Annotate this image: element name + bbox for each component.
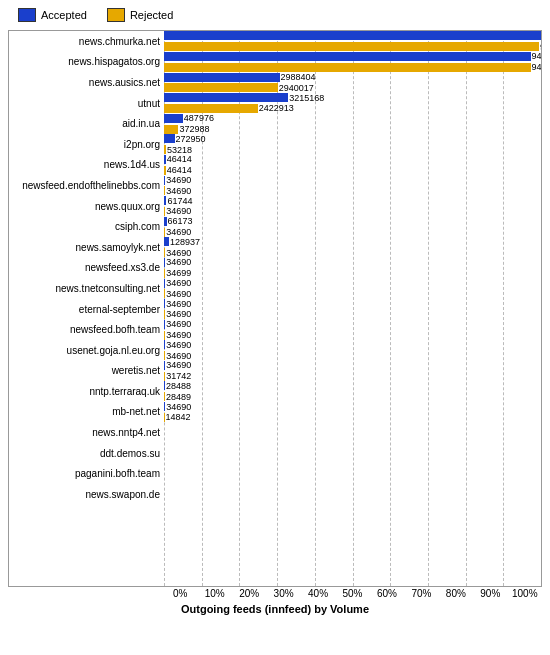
accepted-bar (164, 134, 175, 143)
bar-row: 32151682422913 (164, 93, 541, 114)
accepted-bar-label: 34690 (166, 402, 191, 412)
chart-border: news.chmurka.netnews.hispagatos.orgnews.… (8, 30, 542, 587)
bar-row: 3469034690 (164, 278, 541, 299)
x-tick-label: 0% (163, 588, 197, 599)
legend-accepted-box (18, 8, 36, 22)
accepted-bar-wrap: 66173 (164, 216, 541, 226)
x-tick-label: 100% (508, 588, 542, 599)
y-label: news.chmurka.net (9, 31, 164, 52)
legend: Accepted Rejected (8, 8, 542, 22)
rejected-bar (164, 331, 165, 340)
rejected-bar-label: 34690 (166, 248, 191, 258)
y-label: news.1d4.us (9, 155, 164, 176)
accepted-bar-label: 487976 (184, 113, 214, 123)
accepted-bar (164, 402, 165, 411)
y-label: ddt.demos.su (9, 443, 164, 464)
accepted-bar-wrap: 61744 (164, 196, 541, 206)
rejected-bar-label: 2940017 (279, 83, 314, 93)
rejected-bar (164, 125, 178, 134)
accepted-bar-label: 34690 (166, 360, 191, 370)
y-label: weretis.net (9, 361, 164, 382)
rejected-bar-wrap: 46414 (164, 165, 541, 175)
accepted-bar (164, 31, 541, 40)
rejected-bar-wrap: 2940017 (164, 83, 541, 93)
x-axis: 0%10%20%30%40%50%60%70%80%90%100% (163, 588, 542, 599)
accepted-bar-label: 272950 (176, 134, 206, 144)
accepted-bar (164, 196, 166, 205)
y-label: paganini.bofh.team (9, 463, 164, 484)
accepted-bar-wrap: 34690 (164, 402, 541, 412)
rejected-bar (164, 248, 165, 257)
accepted-bar (164, 381, 165, 390)
bar-row: 487976372988 (164, 113, 541, 134)
y-labels: news.chmurka.netnews.hispagatos.orgnews.… (9, 31, 164, 586)
rejected-bar-wrap: 14842 (164, 412, 541, 422)
x-tick-label: 20% (232, 588, 266, 599)
y-label: newsfeed.xs3.de (9, 258, 164, 279)
accepted-bar-label: 34690 (166, 257, 191, 267)
rejected-bar-wrap (164, 474, 541, 484)
rejected-bar-wrap: 34690 (164, 186, 541, 196)
bar-row: 94809059480905 (164, 52, 541, 73)
y-label: news.nntp4.net (9, 422, 164, 443)
accepted-bar-wrap: 487976 (164, 113, 541, 123)
x-tick-label: 60% (370, 588, 404, 599)
legend-accepted-label: Accepted (41, 9, 87, 21)
bar-row: 97509059696105 (164, 31, 541, 52)
rejected-bar-wrap (164, 454, 541, 464)
legend-rejected: Rejected (107, 8, 173, 22)
rejected-bar-wrap: 34690 (164, 330, 541, 340)
rejected-bar-label: 46414 (167, 165, 192, 175)
accepted-bar-wrap (164, 463, 541, 473)
accepted-bar-label: 9480905 (532, 51, 542, 61)
rejected-bar-wrap: 31742 (164, 371, 541, 381)
grid-line (541, 31, 542, 586)
bar-row: 27295053218 (164, 134, 541, 155)
rejected-bar-label: 53218 (167, 145, 192, 155)
y-label: nntp.terraraq.uk (9, 381, 164, 402)
y-label: utnut (9, 93, 164, 114)
bar-row: 2848828489 (164, 381, 541, 402)
accepted-bar (164, 155, 166, 164)
bar-row: 3469014842 (164, 402, 541, 423)
rejected-bar-label: 34690 (166, 289, 191, 299)
y-label: news.quux.org (9, 196, 164, 217)
rejected-bar-label: 9480905 (532, 62, 542, 72)
accepted-bar-wrap (164, 484, 541, 494)
rejected-bar (164, 186, 165, 195)
accepted-bar-wrap (164, 443, 541, 453)
accepted-bar-wrap: 9480905 (164, 52, 541, 62)
x-tick-label: 30% (266, 588, 300, 599)
rejected-bar-label: 34690 (166, 227, 191, 237)
accepted-bar-label: 34690 (166, 278, 191, 288)
accepted-bar-wrap: 34690 (164, 319, 541, 329)
accepted-bar (164, 176, 165, 185)
accepted-bar (164, 217, 167, 226)
rejected-bar-label: 34690 (166, 186, 191, 196)
rejected-bar-label: 34690 (166, 206, 191, 216)
rejected-bar-wrap: 34690 (164, 351, 541, 361)
y-label: news.hispagatos.org (9, 52, 164, 73)
accepted-bar (164, 258, 165, 267)
rejected-bar-wrap: 34690 (164, 289, 541, 299)
y-label: csiph.com (9, 216, 164, 237)
accepted-bar-wrap: 3215168 (164, 93, 541, 103)
rejected-bar (164, 145, 166, 154)
legend-rejected-box (107, 8, 125, 22)
bar-row: 3469034690 (164, 175, 541, 196)
y-label: news.samoylyk.net (9, 237, 164, 258)
bar-row (164, 463, 541, 484)
accepted-bar-wrap: 34690 (164, 299, 541, 309)
rejected-bar (164, 104, 258, 113)
y-label: aid.in.ua (9, 113, 164, 134)
accepted-bar-wrap: 2988404 (164, 72, 541, 82)
y-label: news.tnetconsulting.net (9, 278, 164, 299)
accepted-bar (164, 279, 165, 288)
y-label: mb-net.net (9, 402, 164, 423)
rejected-bar-label: 9696105 (540, 42, 542, 52)
x-tick-label: 10% (197, 588, 231, 599)
accepted-bar-wrap: 272950 (164, 134, 541, 144)
accepted-bar-wrap: 28488 (164, 381, 541, 391)
bar-row: 29884042940017 (164, 72, 541, 93)
bar-row: 6617334690 (164, 216, 541, 237)
